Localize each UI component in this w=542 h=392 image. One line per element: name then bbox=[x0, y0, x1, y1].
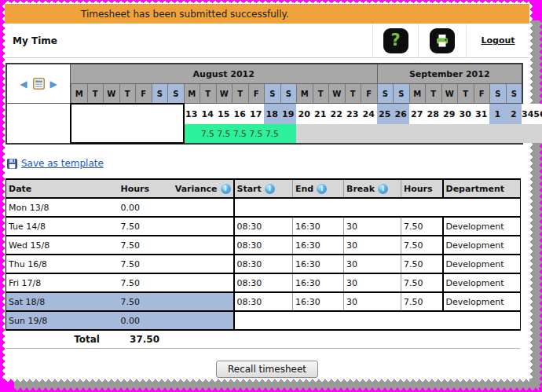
cell-hours: 0.00 bbox=[119, 311, 158, 330]
calendar-date[interactable]: 21 bbox=[313, 104, 329, 124]
calendar-day-hours bbox=[506, 124, 522, 143]
torn-edge-left bbox=[2, 3, 5, 379]
calendar-day-hours bbox=[425, 124, 441, 143]
calendar-date[interactable]: 25 bbox=[377, 104, 394, 124]
calendar-day-hours bbox=[489, 124, 506, 143]
day-letter: S bbox=[280, 84, 297, 104]
help-icon[interactable]: ? bbox=[383, 28, 408, 53]
cell-variance bbox=[158, 236, 234, 255]
end-info-icon[interactable]: i bbox=[317, 184, 327, 194]
cell-department: Development bbox=[443, 236, 521, 255]
calendar-day-hours: 7.5 bbox=[216, 124, 233, 143]
day-letter: F bbox=[474, 84, 490, 104]
day-letter: T bbox=[119, 84, 136, 104]
cell-hours2: 7.50 bbox=[401, 236, 443, 255]
calendar-day-hours bbox=[280, 124, 297, 143]
day-letter: T bbox=[200, 84, 216, 104]
day-letter: F bbox=[135, 84, 152, 104]
calendar-date[interactable]: 28 bbox=[425, 104, 441, 124]
next-week-arrow[interactable]: ▶ bbox=[50, 79, 57, 89]
timesheet-table: Date Hours Variancei Starti Endi Breaki … bbox=[5, 178, 521, 331]
calendar-day-hours bbox=[522, 124, 528, 143]
calendar-date[interactable]: 30 bbox=[457, 104, 474, 124]
calendar-date[interactable]: 31 bbox=[474, 104, 490, 124]
calendar-date[interactable]: 4 bbox=[528, 104, 534, 124]
cell-hours: 7.50 bbox=[119, 273, 158, 292]
calendar-date[interactable]: 16 bbox=[232, 104, 248, 124]
calendar-date[interactable]: 23 bbox=[345, 104, 361, 124]
recall-timesheet-button[interactable]: Recall timesheet bbox=[216, 361, 318, 378]
break-info-icon[interactable]: i bbox=[378, 184, 388, 194]
calendar-day-hours bbox=[361, 124, 377, 143]
day-letter: T bbox=[425, 84, 441, 104]
cell-hours2: 7.50 bbox=[401, 255, 443, 273]
calendar-date[interactable]: 18 bbox=[264, 104, 280, 124]
cell-start: 08:30 bbox=[234, 273, 293, 292]
calendar-date[interactable]: 15 bbox=[216, 104, 233, 124]
calendar-date[interactable]: 17 bbox=[248, 104, 265, 124]
calendar-date[interactable]: 13 bbox=[184, 104, 200, 124]
save-template-row: Save as template bbox=[7, 158, 529, 169]
day-letter: M bbox=[71, 84, 87, 104]
calendar-day-hours bbox=[328, 124, 345, 143]
help-cell: ? bbox=[372, 24, 418, 57]
cell-break: 30 bbox=[344, 217, 401, 236]
total-label: Total bbox=[5, 334, 100, 345]
calendar-day-hours bbox=[474, 124, 490, 143]
calendar-date[interactable]: 27 bbox=[409, 104, 426, 124]
calendar-nav: ◀ ▶ bbox=[7, 64, 71, 104]
logout-link[interactable]: Logout bbox=[481, 35, 515, 46]
calendar-day-hours bbox=[377, 124, 394, 143]
calendar-date[interactable]: 3 bbox=[522, 104, 528, 124]
calendar-date[interactable]: 19 bbox=[280, 104, 297, 124]
table-row: Tue 14/8 7.50 08:30 16:30 30 7.50 Develo… bbox=[6, 217, 521, 236]
calendar-date[interactable]: 14 bbox=[200, 104, 216, 124]
calendar-date[interactable]: 20 bbox=[296, 104, 313, 124]
printer-icon[interactable] bbox=[430, 28, 455, 53]
date-picker-icon[interactable] bbox=[33, 78, 45, 90]
table-header-row: Date Hours Variancei Starti Endi Breaki … bbox=[6, 179, 521, 198]
cell-empty-detail bbox=[234, 311, 521, 330]
cell-break: 30 bbox=[344, 236, 401, 255]
cell-date: Wed 15/8 bbox=[6, 236, 119, 255]
cell-end: 16:30 bbox=[293, 255, 344, 273]
calendar-date[interactable]: 2 bbox=[506, 104, 522, 124]
calendar-day-hours bbox=[393, 124, 409, 143]
total-value: 37.50 bbox=[100, 334, 159, 345]
cell-hours: 7.50 bbox=[119, 236, 158, 255]
cell-start: 08:30 bbox=[234, 292, 293, 311]
col-header-hours: Hours bbox=[119, 179, 158, 198]
table-row: Mon 13/8 0.00 bbox=[6, 198, 521, 217]
cell-start: 08:30 bbox=[234, 255, 293, 273]
day-letter: M bbox=[409, 84, 426, 104]
cell-date: Fri 17/8 bbox=[6, 273, 119, 292]
day-letter: F bbox=[361, 84, 377, 104]
day-letter: W bbox=[328, 84, 345, 104]
start-info-icon[interactable]: i bbox=[265, 184, 275, 194]
calendar-date[interactable]: 1 bbox=[489, 104, 506, 124]
cell-variance bbox=[158, 217, 234, 236]
cell-variance bbox=[158, 311, 234, 330]
calendar-date[interactable]: 26 bbox=[393, 104, 409, 124]
day-letter: T bbox=[232, 84, 248, 104]
variance-info-icon[interactable]: i bbox=[221, 184, 231, 194]
calendar-date[interactable]: 24 bbox=[361, 104, 377, 124]
day-letter: S bbox=[152, 84, 168, 104]
torn-edge-top bbox=[5, 0, 529, 3]
prev-week-arrow[interactable]: ◀ bbox=[20, 79, 27, 89]
col-header-break: Breaki bbox=[344, 179, 401, 198]
calendar-day-hours bbox=[345, 124, 361, 143]
calendar-day-hours: 7.5 bbox=[232, 124, 248, 143]
cell-date: Mon 13/8 bbox=[6, 198, 119, 217]
calendar-date[interactable]: 5 bbox=[533, 104, 540, 124]
cell-date: Tue 14/8 bbox=[6, 217, 119, 236]
cell-hours: 7.50 bbox=[119, 255, 158, 273]
cell-hours2: 7.50 bbox=[401, 292, 443, 311]
month-header-september: September 2012 bbox=[377, 64, 522, 84]
cell-break: 30 bbox=[344, 255, 401, 273]
cell-hours: 7.50 bbox=[119, 217, 158, 236]
calendar-date[interactable]: 29 bbox=[441, 104, 458, 124]
save-as-template-link[interactable]: Save as template bbox=[21, 158, 104, 169]
calendar-date[interactable]: 22 bbox=[328, 104, 345, 124]
table-row: Fri 17/8 7.50 08:30 16:30 30 7.50 Develo… bbox=[6, 273, 521, 292]
